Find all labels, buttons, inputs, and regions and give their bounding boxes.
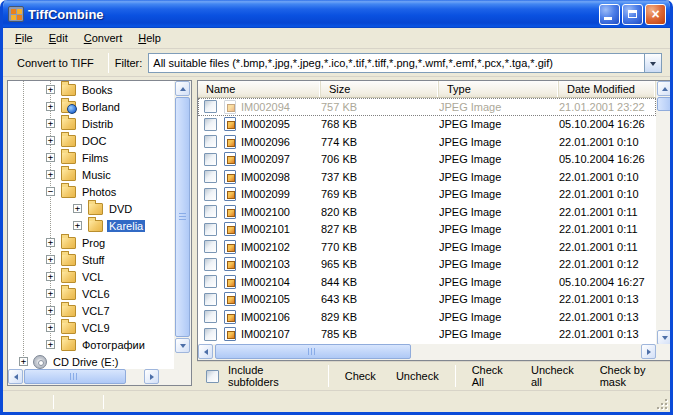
close-button[interactable]: × <box>645 4 666 25</box>
row-checkbox[interactable] <box>204 275 217 288</box>
tree-item[interactable]: + Фотографии <box>8 336 175 353</box>
file-row[interactable]: IM002097 706 KB JPEG Image 05.10.2004 16… <box>198 151 656 169</box>
titlebar[interactable]: TiffCombine × <box>0 0 673 28</box>
scroll-left-button[interactable] <box>8 369 23 384</box>
tree-vertical-scrollbar[interactable] <box>174 81 191 369</box>
tree-item[interactable]: + DVD <box>8 200 175 217</box>
tree-item[interactable]: + DOC <box>8 132 175 149</box>
row-checkbox[interactable] <box>204 153 217 166</box>
menu-item[interactable]: Edit <box>41 30 76 46</box>
filter-dropdown-button[interactable] <box>644 54 661 72</box>
column-header-name[interactable]: Name <box>198 81 321 97</box>
file-row[interactable]: IM002103 965 KB JPEG Image 22.01.2001 0:… <box>198 256 656 274</box>
expander-icon[interactable]: + <box>46 323 55 332</box>
tree-item[interactable]: + Distrib <box>8 115 175 132</box>
scroll-up-button[interactable] <box>175 81 190 96</box>
row-checkbox[interactable] <box>204 118 217 131</box>
file-row[interactable]: IM002101 827 KB JPEG Image 22.01.2001 0:… <box>198 221 656 239</box>
resize-grip[interactable] <box>656 398 668 410</box>
expander-icon[interactable]: − <box>46 187 55 196</box>
expander-icon[interactable]: + <box>46 272 55 281</box>
scroll-left-button[interactable] <box>198 344 213 359</box>
expander-icon[interactable]: + <box>46 289 55 298</box>
tree-item[interactable]: + Borland <box>8 98 175 115</box>
menu-item[interactable]: File <box>7 30 41 46</box>
menu-item[interactable]: Convert <box>76 30 131 46</box>
tree-item[interactable]: − Photos <box>8 183 175 200</box>
file-row[interactable]: IM002098 737 KB JPEG Image 22.01.2001 0:… <box>198 168 656 186</box>
scroll-down-button[interactable] <box>657 330 672 345</box>
row-checkbox[interactable] <box>204 170 217 183</box>
expander-icon[interactable]: + <box>46 306 55 315</box>
convert-to-tiff-button[interactable]: Convert to TIFF <box>7 53 104 73</box>
file-row[interactable]: IM002100 820 KB JPEG Image 22.01.2001 0:… <box>198 203 656 221</box>
row-checkbox[interactable] <box>204 223 217 236</box>
expander-icon[interactable]: + <box>46 119 55 128</box>
filter-combobox[interactable]: All suitable files (*.bmp,*.jpg,*.jpeg,*… <box>148 53 662 73</box>
scroll-right-button[interactable] <box>641 344 656 359</box>
scroll-down-button[interactable] <box>175 338 190 353</box>
column-header-date[interactable]: Date Modified <box>559 81 656 97</box>
expander-icon[interactable]: + <box>73 204 82 213</box>
row-checkbox[interactable] <box>204 240 217 253</box>
file-row[interactable]: IM002099 769 KB JPEG Image 22.01.2001 0:… <box>198 186 656 204</box>
file-row[interactable]: IM002104 844 KB JPEG Image 05.10.2004 16… <box>198 273 656 291</box>
expander-icon[interactable]: + <box>46 340 55 349</box>
scrollbar-thumb[interactable] <box>215 344 411 359</box>
minimize-button[interactable] <box>599 4 620 25</box>
expander-icon[interactable]: + <box>46 136 55 145</box>
column-header-type[interactable]: Type <box>439 81 559 97</box>
file-row[interactable]: IM002106 829 KB JPEG Image 22.01.2001 0:… <box>198 308 656 326</box>
expander-icon[interactable]: + <box>46 85 55 94</box>
row-checkbox[interactable] <box>204 188 217 201</box>
scroll-up-button[interactable] <box>657 81 672 96</box>
tree-item[interactable]: + VCL9 <box>8 319 175 336</box>
check-action-button[interactable]: Uncheck all <box>521 360 590 392</box>
tree-item[interactable]: + Books <box>8 81 175 98</box>
maximize-button[interactable] <box>622 4 643 25</box>
list-horizontal-scrollbar[interactable] <box>198 344 658 360</box>
tree-horizontal-scrollbar[interactable] <box>8 369 175 385</box>
check-action-button[interactable]: Uncheck <box>386 366 449 386</box>
expander-icon[interactable]: + <box>19 357 28 366</box>
tree-item[interactable]: + Music <box>8 166 175 183</box>
tree-item[interactable]: + VCL6 <box>8 285 175 302</box>
expander-icon[interactable]: + <box>46 255 55 264</box>
row-checkbox[interactable] <box>204 100 217 113</box>
row-checkbox[interactable] <box>204 328 217 341</box>
expander-icon[interactable]: + <box>46 102 55 111</box>
row-checkbox[interactable] <box>204 135 217 148</box>
scroll-right-button[interactable] <box>144 369 159 384</box>
tree-item[interactable]: + CD Drive (E:) <box>8 353 175 369</box>
check-action-button[interactable]: Check by mask <box>590 360 673 392</box>
list-vertical-scrollbar[interactable] <box>656 81 673 345</box>
tree-item[interactable]: + Karelia <box>8 217 175 234</box>
scrollbar-thumb[interactable] <box>175 97 190 337</box>
tree-item[interactable]: + Prog <box>8 234 175 251</box>
file-row[interactable]: IM002105 643 KB JPEG Image 22.01.2001 0:… <box>198 291 656 309</box>
row-checkbox[interactable] <box>204 258 217 271</box>
row-checkbox[interactable] <box>204 293 217 306</box>
check-action-button[interactable]: Check All <box>462 360 521 392</box>
include-subfolders-checkbox[interactable] <box>206 370 219 383</box>
menu-item[interactable]: Help <box>130 30 169 46</box>
tree-item[interactable]: + VCL <box>8 268 175 285</box>
tree-item[interactable]: + Films <box>8 149 175 166</box>
file-row[interactable]: IM002102 770 KB JPEG Image 22.01.2001 0:… <box>198 238 656 256</box>
expander-icon[interactable]: + <box>46 153 55 162</box>
file-row[interactable]: IM002107 785 KB JPEG Image 22.01.2001 0:… <box>198 326 656 344</box>
file-row[interactable]: IM002095 768 KB JPEG Image 05.10.2004 16… <box>198 116 656 134</box>
expander-icon[interactable]: + <box>73 221 82 230</box>
tree-item[interactable]: + VCL7 <box>8 302 175 319</box>
column-header-size[interactable]: Size <box>321 81 439 97</box>
scrollbar-thumb[interactable] <box>657 97 672 111</box>
expander-icon[interactable]: + <box>46 170 55 179</box>
row-checkbox[interactable] <box>204 205 217 218</box>
expander-icon[interactable]: + <box>46 238 55 247</box>
file-row[interactable]: IM002094 757 KB JPEG Image 21.01.2001 23… <box>198 98 656 116</box>
tree-item[interactable]: + Stuff <box>8 251 175 268</box>
check-action-button[interactable]: Check <box>335 366 386 386</box>
file-row[interactable]: IM002096 774 KB JPEG Image 22.01.2001 0:… <box>198 133 656 151</box>
row-checkbox[interactable] <box>204 310 217 323</box>
scrollbar-thumb[interactable] <box>24 369 126 384</box>
